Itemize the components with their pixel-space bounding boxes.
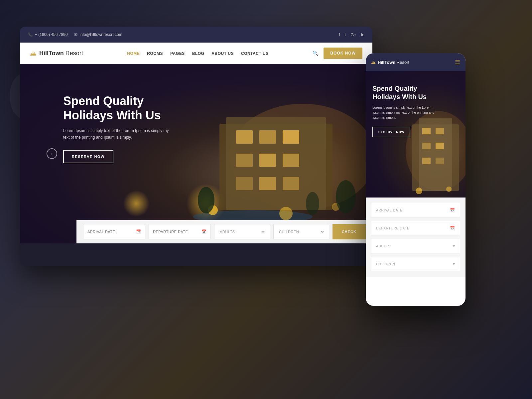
mobile-calendar-icon-departure: 📅 [450, 226, 455, 230]
departure-date-field[interactable]: 📅 [149, 224, 211, 239]
logo-suffix: Resort [66, 50, 83, 57]
mobile-calendar-icon-arrival: 📅 [450, 208, 455, 212]
nav-right: 🔍 BOOK NOW [313, 48, 362, 59]
mobile-departure-field[interactable]: DEPARTURE DATE 📅 [371, 221, 460, 235]
svg-rect-7 [259, 154, 276, 167]
logo-text: HillTown Resort [39, 50, 83, 57]
mobile-arrival-field[interactable]: ARRIVAL DATE 📅 [371, 203, 460, 217]
mobile-logo-text: HillTown Resort [378, 60, 409, 65]
phone-number: + (1800) 456 7890 [35, 32, 67, 37]
nav-link-contact[interactable]: CONTACT US [241, 51, 269, 56]
mobile-children-dropdown-icon: ▾ [453, 262, 455, 266]
desktop-booking-bar: 📅 📅 ADULTS 1 2 3 4 CHILDREN 0 1 [76, 220, 372, 243]
svg-rect-5 [283, 130, 299, 144]
nav-item-blog[interactable]: BLOG [192, 50, 204, 56]
nav-item-rooms[interactable]: ROOMS [147, 50, 163, 56]
svg-point-18 [306, 192, 319, 215]
nav-link-blog[interactable]: BLOG [192, 51, 204, 56]
desktop-mockup: 📞 + (1800) 456 7890 ✉ info@hilltownresor… [20, 27, 372, 266]
mobile-hero-content: Spend Quality Holidays With Us Lorem Ips… [372, 84, 439, 137]
mobile-children-label: CHILDREN [376, 262, 395, 266]
email-icon: ✉ [74, 32, 77, 37]
hero-description: Lorem Ipsum is simply text of the Lorem … [63, 128, 176, 140]
googleplus-icon[interactable]: G+ [350, 32, 356, 37]
mobile-hero-description: Lorem Ipsum is simply text of the Lorem … [372, 105, 439, 120]
svg-rect-9 [236, 177, 253, 190]
svg-point-14 [279, 207, 293, 220]
mobile-logo-icon: ⛰ [371, 60, 376, 65]
svg-rect-25 [436, 143, 444, 149]
twitter-icon[interactable]: t [345, 32, 346, 37]
mobile-adults-label: ADULTS [376, 244, 391, 248]
mobile-menu-icon[interactable]: ☰ [455, 59, 460, 66]
email-address: info@hilltownresort.com [79, 32, 122, 37]
svg-rect-24 [422, 143, 431, 149]
mobile-reserve-button[interactable]: RESERVE NOW [372, 127, 410, 137]
book-now-button[interactable]: BOOK NOW [324, 48, 362, 59]
nav-link-rooms[interactable]: ROOMS [147, 51, 163, 56]
nav-item-about[interactable]: ABOUT US [211, 50, 234, 56]
topbar-left: 📞 + (1800) 456 7890 ✉ info@hilltownresor… [28, 32, 122, 37]
logo-brand: HillTown [39, 50, 64, 57]
arrival-date-input[interactable] [87, 230, 133, 234]
hero-title: Spend Quality Holidays With Us [63, 94, 190, 122]
calendar-icon-arrival: 📅 [136, 229, 141, 234]
mobile-logo-suffix: Resort [397, 60, 409, 65]
mobile-children-field[interactable]: CHILDREN ▾ [371, 257, 460, 271]
svg-rect-4 [259, 130, 276, 144]
nav-item-home[interactable]: HOME [127, 50, 140, 56]
logo-icon: ⛰ [30, 50, 37, 57]
nav-link-home[interactable]: HOME [127, 51, 140, 56]
chevron-left-icon: ‹ [51, 151, 53, 156]
departure-date-input[interactable] [153, 230, 199, 234]
mobile-logo: ⛰ HillTown Resort [371, 60, 409, 65]
svg-rect-27 [436, 158, 444, 164]
desktop-hero: Spend Quality Holidays With Us Lorem Ips… [20, 64, 372, 243]
phone-icon: 📞 [28, 32, 33, 37]
topbar-phone: 📞 + (1800) 456 7890 [28, 32, 67, 37]
children-field[interactable]: CHILDREN 0 1 2 3 [273, 224, 329, 239]
mobile-nav: ⛰ HillTown Resort ☰ [366, 53, 466, 71]
desktop-topbar: 📞 + (1800) 456 7890 ✉ info@hilltownresor… [20, 27, 372, 43]
calendar-icon-departure: 📅 [201, 229, 206, 234]
svg-rect-8 [283, 154, 299, 167]
adults-field[interactable]: ADULTS 1 2 3 4 [214, 224, 270, 239]
svg-point-17 [336, 180, 356, 213]
arrival-date-field[interactable]: 📅 [83, 224, 145, 239]
nav-link-pages[interactable]: PAGES [170, 51, 185, 56]
svg-rect-6 [236, 154, 253, 167]
search-icon[interactable]: 🔍 [313, 51, 318, 56]
linkedin-icon[interactable]: in [361, 32, 364, 37]
facebook-icon[interactable]: f [339, 32, 340, 37]
hero-prev-arrow[interactable]: ‹ [47, 148, 57, 159]
nav-item-contact[interactable]: CONTACT US [241, 50, 269, 56]
svg-point-16 [198, 187, 214, 213]
topbar-social: f t G+ in [339, 32, 364, 37]
mobile-hero: Spend Quality Holidays With Us Lorem Ips… [366, 71, 466, 198]
svg-rect-11 [283, 177, 299, 190]
nav-link-about[interactable]: ABOUT US [211, 51, 234, 56]
mobile-hero-title: Spend Quality Holidays With Us [372, 84, 439, 101]
mobile-adults-dropdown-icon: ▾ [453, 244, 455, 248]
children-select[interactable]: CHILDREN 0 1 2 3 [278, 229, 325, 234]
mobile-mockup: ⛰ HillTown Resort ☰ Spend Quality Ho [366, 53, 466, 306]
nav-item-pages[interactable]: PAGES [170, 50, 185, 56]
mobile-departure-label: DEPARTURE DATE [376, 226, 410, 230]
svg-rect-10 [259, 177, 276, 190]
hero-content: Spend Quality Holidays With Us Lorem Ips… [63, 94, 190, 163]
desktop-nav: ⛰ HillTown Resort HOME ROOMS PAGES BLOG … [20, 43, 372, 64]
svg-rect-3 [236, 130, 253, 144]
reserve-now-button[interactable]: RESERVE NOW [63, 150, 113, 163]
mobile-booking-form: ARRIVAL DATE 📅 DEPARTURE DATE 📅 ADULTS ▾… [366, 198, 466, 277]
svg-point-29 [446, 187, 452, 192]
hero-building-image [186, 97, 372, 223]
adults-select[interactable]: ADULTS 1 2 3 4 [218, 229, 266, 234]
mobile-adults-field[interactable]: ADULTS ▾ [371, 239, 460, 253]
svg-point-28 [416, 188, 422, 194]
mobile-logo-brand: HillTown [378, 60, 395, 65]
topbar-email: ✉ info@hilltownresort.com [74, 32, 122, 37]
mobile-arrival-label: ARRIVAL DATE [376, 208, 403, 212]
nav-menu: HOME ROOMS PAGES BLOG ABOUT US CONTACT U… [127, 50, 269, 56]
nav-logo: ⛰ HillTown Resort [30, 50, 83, 57]
check-availability-button[interactable]: CHECK [332, 224, 366, 239]
